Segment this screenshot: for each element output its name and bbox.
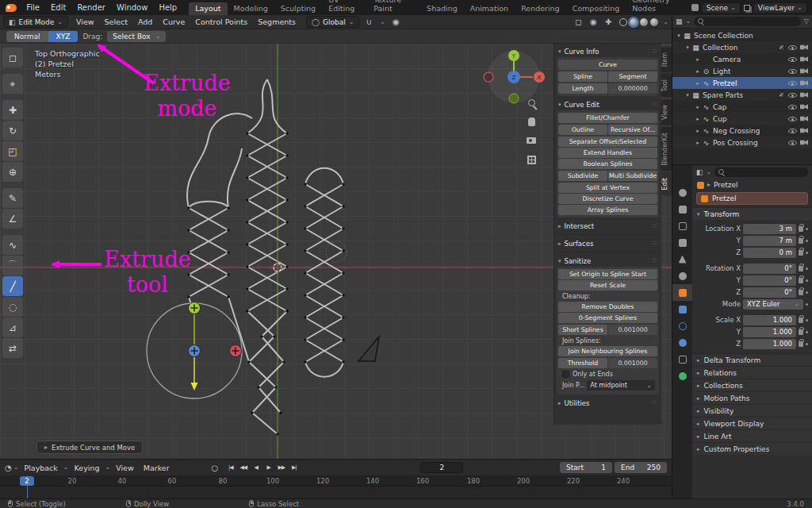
array-splines-button[interactable]: Array Splines xyxy=(558,205,657,215)
tool-transform[interactable]: ⊕ xyxy=(2,162,23,182)
spline-button[interactable]: Spline xyxy=(558,71,607,82)
disclosure-icon[interactable]: ▸ xyxy=(694,56,702,63)
threshold-value[interactable]: 0.001000 xyxy=(608,358,657,368)
shading-rendered-button[interactable] xyxy=(650,18,658,26)
camera-visibility-icon[interactable] xyxy=(800,140,808,146)
tab-blenderkit[interactable]: BlenderKit xyxy=(661,127,672,171)
menu-segments[interactable]: Segments xyxy=(253,17,301,26)
extrude-xyz-button[interactable]: XYZ xyxy=(48,31,79,42)
menu-select[interactable]: Select xyxy=(100,17,132,26)
tab-view-layer[interactable] xyxy=(672,234,692,251)
lock-icon[interactable] xyxy=(799,329,803,335)
tab-physics[interactable] xyxy=(672,334,692,351)
camera-visibility-icon[interactable] xyxy=(800,104,808,110)
camera-visibility-icon[interactable] xyxy=(800,92,808,98)
location-y-field[interactable]: 7 m xyxy=(743,236,796,246)
panel-delta-transform[interactable]: ▸Delta Transform xyxy=(692,353,812,366)
extrude-normal-button[interactable]: Normal xyxy=(6,31,48,42)
lock-icon[interactable] xyxy=(799,250,803,256)
animate-dot[interactable] xyxy=(806,240,808,242)
shading-solid-button[interactable] xyxy=(630,18,638,26)
tab-modeling[interactable]: Modeling xyxy=(228,2,274,15)
tab-geometry-nodes[interactable]: Geometry Nodes xyxy=(626,0,691,15)
disclosure-icon[interactable]: ▾ xyxy=(684,92,691,98)
lock-icon[interactable] xyxy=(799,266,803,271)
disclosure-icon[interactable]: ▸ xyxy=(694,128,702,134)
eye-icon[interactable] xyxy=(788,140,797,146)
split-at-vertex-button[interactable]: Split at Vertex xyxy=(558,183,657,193)
zero-segment-splines-button[interactable]: 0-Segment Splines xyxy=(558,313,657,323)
eye-icon[interactable] xyxy=(788,116,797,122)
tab-modifiers[interactable] xyxy=(672,301,692,318)
panel-header-curve-info[interactable]: ▾ Curve Info ∷ xyxy=(554,45,661,57)
eye-icon[interactable] xyxy=(788,104,797,110)
timeline-editor-icon[interactable]: ◔ xyxy=(5,464,12,472)
transform-panel-header[interactable]: ▾ Transform xyxy=(692,207,812,220)
recursive-offset-button[interactable]: Recursive Of... xyxy=(608,125,657,135)
outline-button[interactable]: Outline xyxy=(558,125,607,135)
panel-relations[interactable]: ▸Relations xyxy=(692,366,812,379)
animate-dot[interactable] xyxy=(806,343,808,345)
tab-item[interactable]: Item xyxy=(661,47,672,72)
tab-render[interactable] xyxy=(672,201,692,217)
eye-icon[interactable] xyxy=(788,128,797,134)
tool-rotate[interactable]: ↻ xyxy=(2,121,23,140)
panel-header-sanitize[interactable]: ▾ Sanitize ∷ xyxy=(554,255,661,267)
tab-compositing[interactable]: Compositing xyxy=(566,2,626,15)
boolean-splines-button[interactable]: Boolean Splines xyxy=(558,159,657,169)
outliner-item-pretzel[interactable]: ▸ ∿ Pretzel xyxy=(672,77,812,89)
properties-search-input[interactable] xyxy=(714,167,808,177)
animate-dot[interactable] xyxy=(806,228,808,230)
animate-dot[interactable] xyxy=(806,252,808,254)
tool-scale[interactable]: ◰ xyxy=(2,141,23,161)
remove-doubles-button[interactable]: Remove Doubles xyxy=(558,302,657,312)
animate-dot[interactable] xyxy=(806,291,808,294)
drag-select-dropdown[interactable]: Select Box ⌄ xyxy=(107,31,166,42)
tab-particles[interactable] xyxy=(672,318,692,334)
tool-extrude[interactable]: ╱ xyxy=(2,276,23,296)
outliner-item-camera[interactable]: ▸ Camera xyxy=(672,53,812,65)
proportional-edit-icon[interactable]: ◉ xyxy=(389,16,402,28)
panel-header-utilities[interactable]: ▸ Utilities ∷ xyxy=(554,397,661,409)
tool-move[interactable]: ✚ xyxy=(2,100,23,120)
lock-icon[interactable] xyxy=(799,226,803,232)
animate-dot[interactable] xyxy=(806,319,808,321)
scale-z-field[interactable]: 1.000 xyxy=(743,339,796,349)
lock-icon[interactable] xyxy=(799,341,803,347)
lock-icon[interactable] xyxy=(799,278,803,283)
camera-visibility-icon[interactable] xyxy=(800,116,808,122)
axis-x-negative[interactable] xyxy=(484,72,493,82)
lock-icon[interactable] xyxy=(799,318,803,323)
menu-help[interactable]: Help xyxy=(153,0,182,15)
short-splines-button[interactable]: Short Splines xyxy=(558,325,607,335)
menu-edit[interactable]: Edit xyxy=(45,0,71,15)
tab-animation[interactable]: Animation xyxy=(464,2,515,15)
menu-view[interactable]: View xyxy=(71,17,99,26)
play-button[interactable]: ▶ xyxy=(262,462,274,473)
panel-header-intersect[interactable]: ▸ Intersect ∷ xyxy=(554,220,661,232)
join-neighbouring-button[interactable]: Join Neighbouring Splines xyxy=(558,346,657,356)
outliner-editor-icon[interactable]: ▦ xyxy=(676,17,683,25)
tab-uv-editing[interactable]: UV Editing xyxy=(322,0,367,15)
disclosure-icon[interactable]: ▸ xyxy=(694,68,702,75)
tab-view[interactable]: View xyxy=(661,99,672,125)
tool-measure[interactable]: ∠ xyxy=(2,209,23,229)
outliner-item-light[interactable]: ▸ ⊙ Light xyxy=(672,65,812,77)
tab-rendering[interactable]: Rendering xyxy=(515,2,566,15)
gizmo-toggle-icon[interactable]: ✚ xyxy=(602,16,615,28)
pretzel-curve[interactable] xyxy=(187,79,343,434)
jump-end-button[interactable]: ▶| xyxy=(288,462,300,473)
menu-add[interactable]: Add xyxy=(133,17,157,26)
tab-sculpting[interactable]: Sculpting xyxy=(274,2,322,15)
rotation-mode-dropdown[interactable]: XYZ Euler⌄ xyxy=(743,299,803,310)
chevron-down-icon[interactable]: ⌄ xyxy=(663,19,668,25)
tab-object[interactable] xyxy=(672,284,692,301)
properties-editor-icon[interactable]: ◧ xyxy=(696,168,703,176)
location-x-field[interactable]: 3 m xyxy=(743,224,796,234)
segment-button[interactable]: Segment xyxy=(608,71,657,82)
camera-view-icon[interactable] xyxy=(525,134,538,147)
scale-y-field[interactable]: 1.000 xyxy=(743,327,796,337)
jump-start-button[interactable]: |◀ xyxy=(224,462,236,473)
shading-material-button[interactable] xyxy=(640,18,648,26)
next-keyframe-button[interactable]: ▶▶ xyxy=(275,462,287,473)
